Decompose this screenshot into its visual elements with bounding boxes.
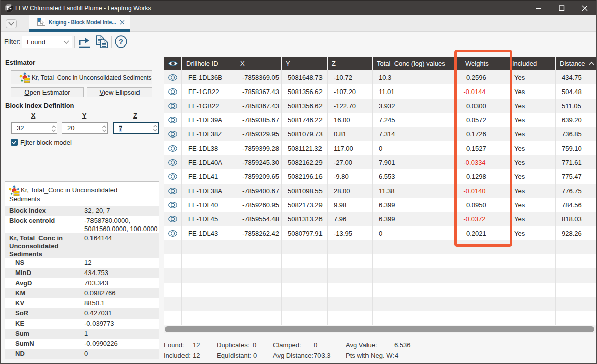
svg-text:?: ?: [119, 38, 123, 46]
